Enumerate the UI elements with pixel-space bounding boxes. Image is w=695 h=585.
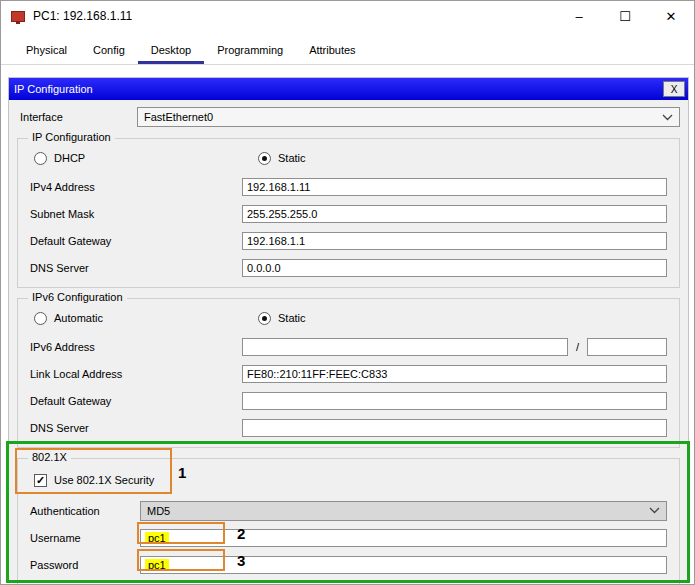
tab-programming[interactable]: Programming: [204, 38, 296, 64]
panel-close-button[interactable]: X: [663, 81, 685, 97]
ipv6-group-title: IPv6 Configuration: [28, 291, 127, 303]
username-field[interactable]: pc1: [140, 529, 667, 547]
window-controls: – ☐ ✕: [556, 1, 694, 31]
username-value: pc1: [145, 532, 169, 544]
username-row: Username pc1: [18, 524, 679, 551]
link-local-address-label: Link Local Address: [30, 368, 242, 380]
ipv4-group-title: IP Configuration: [28, 131, 115, 143]
close-button[interactable]: ✕: [648, 1, 694, 31]
default-gateway-row: Default Gateway 192.168.1.1: [18, 227, 679, 254]
ipv6-prefix-separator: /: [576, 341, 579, 353]
ipv6-static-option[interactable]: Static: [258, 312, 306, 325]
ipv4-static-option[interactable]: Static: [258, 152, 306, 165]
dhcp-option[interactable]: DHCP: [30, 152, 242, 165]
authentication-row: Authentication MD5: [18, 497, 679, 524]
subnet-mask-row: Subnet Mask 255.255.255.0: [18, 200, 679, 227]
window-titlebar: PC1: 192.168.1.11 – ☐ ✕: [1, 1, 694, 31]
link-local-address-field[interactable]: FE80::210:11FF:FEEC:C833: [242, 365, 667, 383]
ipv4-static-radio[interactable]: [258, 152, 271, 165]
subnet-mask-field[interactable]: 255.255.255.0: [242, 205, 667, 223]
ipv4-address-field[interactable]: 192.168.1.11: [242, 178, 667, 196]
tab-config[interactable]: Config: [80, 38, 138, 64]
panel-header: IP Configuration X: [9, 78, 688, 100]
chevron-down-icon: [649, 507, 660, 514]
authentication-label: Authentication: [30, 505, 140, 517]
dns-server-field[interactable]: 0.0.0.0: [242, 259, 667, 277]
password-value: pc1: [145, 559, 169, 571]
tab-attributes[interactable]: Attributes: [296, 38, 368, 64]
interface-selected-value: FastEthernet0: [144, 111, 213, 123]
password-label: Password: [30, 559, 140, 571]
dns-server-row: DNS Server 0.0.0.0: [18, 254, 679, 281]
ipv6-automatic-radio[interactable]: [34, 312, 47, 325]
default-gateway-label: Default Gateway: [30, 235, 242, 247]
dhcp-label: DHCP: [54, 152, 85, 164]
dhcp-radio[interactable]: [34, 152, 47, 165]
dot1x-security-label: Use 802.1X Security: [54, 474, 154, 486]
password-row: Password pc1: [18, 551, 679, 578]
subnet-mask-label: Subnet Mask: [30, 208, 242, 220]
ipv6-automatic-option[interactable]: Automatic: [30, 312, 242, 325]
ipv4-static-label: Static: [278, 152, 306, 164]
ipv6-address-field[interactable]: [242, 338, 568, 356]
chevron-down-icon: [662, 114, 673, 121]
ipv6-default-gateway-row: Default Gateway: [18, 387, 679, 414]
dns-server-label: DNS Server: [30, 262, 242, 274]
ipv4-configuration-group: IP Configuration DHCP Static IPv4 Addres…: [17, 138, 680, 288]
default-gateway-field[interactable]: 192.168.1.1: [242, 232, 667, 250]
panel-title: IP Configuration: [14, 83, 93, 95]
ipv6-default-gateway-label: Default Gateway: [30, 395, 242, 407]
dot1x-group: 802.1X ✓ Use 802.1X Security Authenticat…: [17, 458, 680, 585]
tab-bar: Physical Config Desktop Programming Attr…: [1, 38, 694, 65]
ipv6-automatic-label: Automatic: [54, 312, 103, 324]
ipv6-dns-server-label: DNS Server: [30, 422, 242, 434]
ipv6-dns-server-field[interactable]: [242, 419, 667, 437]
ipv4-address-label: IPv4 Address: [30, 181, 242, 193]
ipv6-default-gateway-field[interactable]: [242, 392, 667, 410]
window-title: PC1: 192.168.1.11: [33, 9, 132, 23]
ipv4-address-row: IPv4 Address 192.168.1.11: [18, 173, 679, 200]
interface-label: Interface: [17, 111, 137, 123]
authentication-selected-value: MD5: [147, 505, 170, 517]
dot1x-group-title: 802.1X: [28, 451, 71, 463]
ipv6-prefix-field[interactable]: [587, 338, 667, 356]
dot1x-security-row: ✓ Use 802.1X Security: [18, 463, 679, 497]
password-field[interactable]: pc1: [140, 556, 667, 574]
pc-device-icon: [11, 11, 25, 22]
maximize-button[interactable]: ☐: [602, 1, 648, 31]
dot1x-security-checkbox[interactable]: ✓: [34, 474, 47, 487]
interface-row: Interface FastEthernet0: [17, 106, 680, 128]
ipv6-static-radio[interactable]: [258, 312, 271, 325]
link-local-address-row: Link Local Address FE80::210:11FF:FEEC:C…: [18, 360, 679, 387]
ipv6-configuration-group: IPv6 Configuration Automatic Static IPv6…: [17, 298, 680, 448]
tab-physical[interactable]: Physical: [13, 38, 80, 64]
authentication-select[interactable]: MD5: [140, 501, 667, 521]
ipv4-mode-row: DHCP Static: [18, 143, 679, 173]
ipv6-mode-row: Automatic Static: [18, 303, 679, 333]
pc1-window: PC1: 192.168.1.11 – ☐ ✕ Physical Config …: [0, 0, 695, 585]
ipv6-dns-server-row: DNS Server: [18, 414, 679, 441]
tab-desktop[interactable]: Desktop: [138, 38, 204, 64]
ip-configuration-panel: IP Configuration X Interface FastEtherne…: [8, 77, 689, 583]
ipv6-static-label: Static: [278, 312, 306, 324]
minimize-button[interactable]: –: [556, 1, 602, 31]
ipv6-address-label: IPv6 Address: [30, 341, 242, 353]
ipv6-address-row: IPv6 Address /: [18, 333, 679, 360]
username-label: Username: [30, 532, 140, 544]
interface-select[interactable]: FastEthernet0: [137, 107, 680, 127]
